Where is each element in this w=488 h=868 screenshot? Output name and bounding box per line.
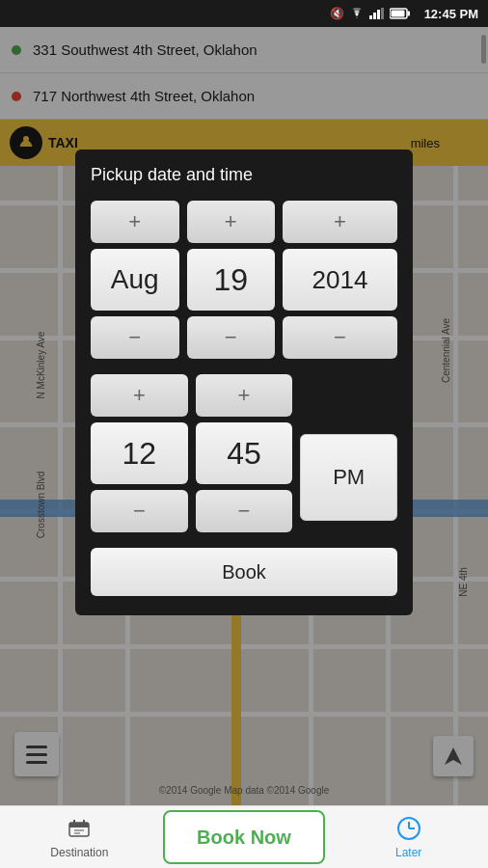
later-clock-icon [395, 815, 422, 842]
month-increment-button[interactable]: + [91, 201, 179, 243]
month-value: Aug [91, 249, 179, 311]
signal-icon [369, 8, 385, 19]
pickup-datetime-modal: Pickup date and time + Aug − + 19 − + [75, 149, 413, 615]
nav-later[interactable]: Later [329, 806, 488, 868]
minute-increment-button[interactable]: + [196, 374, 293, 417]
month-picker: + Aug − [91, 201, 179, 359]
hour-decrement-button[interactable]: − [91, 490, 188, 532]
month-decrement-button[interactable]: − [91, 316, 179, 359]
hour-picker: + 12 − [91, 374, 188, 532]
date-picker-row: + Aug − + 19 − + 2014 − [91, 201, 397, 359]
svg-rect-6 [391, 11, 404, 17]
year-value: 2014 [283, 249, 397, 311]
bottom-nav: Destination Book Now Later [0, 805, 488, 868]
wifi-icon [349, 8, 365, 19]
svg-rect-3 [381, 8, 384, 19]
svg-rect-5 [407, 12, 410, 16]
nav-book-now[interactable]: Book Now [163, 810, 326, 864]
minute-picker: + 45 − [196, 374, 293, 532]
time-picker-row: + 12 − + 45 − PM [91, 374, 397, 532]
nav-destination[interactable]: Destination [0, 806, 159, 868]
day-value: 19 [187, 249, 276, 311]
status-icons: 🔇 [330, 7, 411, 20]
destination-nav-label: Destination [50, 846, 108, 859]
year-increment-button[interactable]: + [283, 201, 397, 243]
mute-icon: 🔇 [330, 7, 344, 20]
year-decrement-button[interactable]: − [283, 316, 397, 359]
later-nav-label: Later [395, 846, 421, 859]
status-bar: 🔇 12:45 PM [0, 0, 488, 27]
battery-icon [390, 8, 411, 19]
svg-rect-1 [373, 13, 376, 19]
book-button[interactable]: Book [91, 548, 397, 596]
minute-decrement-button[interactable]: − [196, 490, 293, 532]
day-decrement-button[interactable]: − [187, 316, 276, 359]
modal-title: Pickup date and time [91, 165, 397, 185]
hour-value: 12 [91, 422, 188, 484]
svg-rect-0 [369, 15, 372, 19]
minute-value: 45 [196, 422, 293, 484]
day-picker: + 19 − [187, 201, 276, 359]
status-time: 12:45 PM [424, 7, 478, 21]
svg-rect-10 [69, 823, 89, 827]
svg-rect-2 [377, 10, 380, 19]
hour-increment-button[interactable]: + [91, 374, 188, 417]
ampm-toggle-button[interactable]: PM [300, 434, 397, 521]
day-increment-button[interactable]: + [187, 201, 276, 243]
ampm-picker: PM [300, 386, 397, 521]
book-now-nav-label: Book Now [197, 827, 291, 849]
year-picker: + 2014 − [283, 201, 397, 359]
destination-icon [66, 815, 93, 842]
